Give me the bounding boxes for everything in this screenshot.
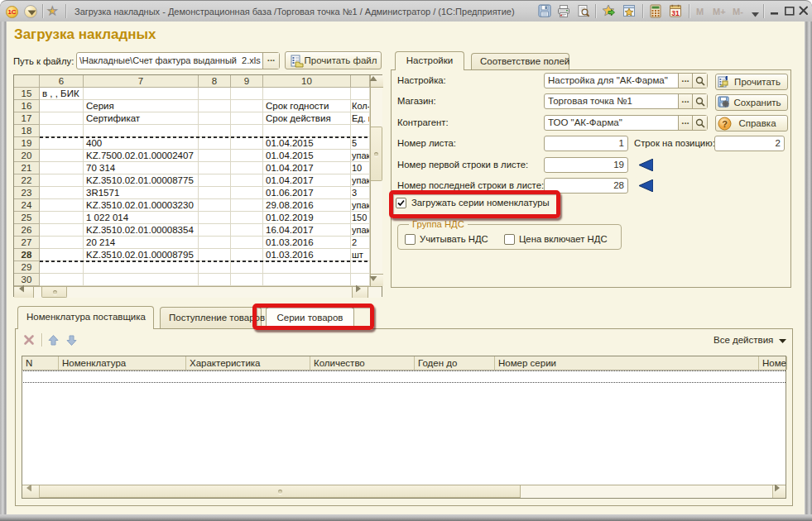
sheet-row-header[interactable]: 16 bbox=[14, 100, 40, 112]
pick-last-row-button[interactable] bbox=[635, 177, 657, 194]
read-file-button[interactable]: Прочитать файл bbox=[285, 51, 382, 69]
sheet-cell[interactable] bbox=[263, 274, 351, 286]
sheet-cell[interactable]: 10 bbox=[351, 162, 370, 174]
sheet-cell[interactable]: упак bbox=[351, 174, 370, 187]
series-column-header[interactable]: Характеристика bbox=[186, 356, 310, 370]
field-open-button[interactable] bbox=[692, 74, 707, 88]
sheet-row-header[interactable]: 17 bbox=[14, 112, 40, 125]
series-column-header[interactable]: Номе bbox=[759, 356, 787, 370]
pick-first-row-button[interactable] bbox=[635, 156, 657, 174]
save-button[interactable]: Сохранить bbox=[715, 94, 788, 111]
close-button[interactable] bbox=[797, 5, 810, 17]
print-icon[interactable] bbox=[557, 4, 571, 18]
sheet-cell[interactable] bbox=[231, 199, 263, 212]
favorites-list-icon[interactable] bbox=[622, 4, 637, 18]
series-column-header[interactable]: Годен до bbox=[415, 356, 495, 370]
sheet-cell[interactable] bbox=[40, 100, 84, 112]
scroll-up-button[interactable] bbox=[371, 75, 383, 88]
sheet-hscrollbar[interactable] bbox=[14, 286, 382, 298]
file-browse-button[interactable]: ... bbox=[262, 53, 279, 69]
sheet-cell[interactable] bbox=[199, 249, 231, 261]
move-row-down-button[interactable] bbox=[65, 334, 79, 347]
sheet-cell[interactable] bbox=[199, 88, 231, 100]
sheet-cell[interactable] bbox=[40, 237, 84, 249]
sheet-cell[interactable]: в , , БИК bbox=[40, 88, 84, 100]
sheet-cell[interactable] bbox=[199, 212, 231, 224]
settings-field-input[interactable]: Торговая точка №1... bbox=[544, 93, 708, 109]
sheet-cell[interactable]: Серия bbox=[84, 100, 199, 112]
sheet-cell[interactable] bbox=[40, 174, 84, 187]
minimize-button[interactable] bbox=[769, 5, 781, 17]
sheet-cell[interactable] bbox=[199, 162, 231, 174]
sheet-cell[interactable] bbox=[199, 112, 231, 125]
sheet-cell[interactable] bbox=[40, 224, 84, 237]
sheet-cell[interactable] bbox=[40, 162, 84, 174]
sheet-row-header[interactable]: 24 bbox=[14, 199, 40, 212]
sheet-cell[interactable]: Сертификат bbox=[84, 112, 199, 125]
delete-row-button[interactable] bbox=[23, 334, 36, 347]
vat-checkbox-uchityvat[interactable] bbox=[405, 234, 416, 245]
sheet-cell[interactable] bbox=[199, 274, 231, 286]
sheet-cell[interactable] bbox=[231, 112, 263, 125]
sheet-cell[interactable] bbox=[84, 125, 199, 137]
sheet-cell[interactable] bbox=[231, 137, 263, 150]
sheet-cell[interactable] bbox=[263, 88, 351, 100]
sheet-cell[interactable] bbox=[231, 249, 263, 261]
sheet-col-header[interactable]: 6 bbox=[40, 75, 84, 88]
first-row-input[interactable]: 19 bbox=[544, 157, 628, 173]
sheet-cell[interactable]: KZ.3510.02.01.00003230 bbox=[84, 199, 199, 212]
sheet-cell[interactable]: KZ.7500.02.01.00002407 bbox=[84, 150, 199, 162]
sheet-cell[interactable]: 01.03.2016 bbox=[263, 237, 351, 249]
sheet-cell[interactable]: Срок действия bbox=[263, 112, 351, 125]
scroll-thumb[interactable] bbox=[40, 485, 521, 498]
sheet-cell[interactable]: Ед. и bbox=[351, 112, 370, 125]
sheet-cell[interactable]: KZ.3510.02.01.00008354 bbox=[84, 224, 199, 237]
sheet-cell[interactable] bbox=[84, 274, 199, 286]
sheet-row-header[interactable]: 29 bbox=[14, 261, 40, 274]
sheet-cell[interactable] bbox=[231, 150, 263, 162]
sheet-row-header[interactable]: 28 bbox=[14, 249, 40, 261]
scroll-down-button[interactable] bbox=[371, 274, 383, 286]
sheet-row-header[interactable]: 27 bbox=[14, 237, 40, 249]
sheet-cell[interactable]: 01.04.2017 bbox=[263, 162, 351, 174]
sheet-cell[interactable]: 150 bbox=[351, 212, 370, 224]
favorites-star-icon[interactable]: ★ bbox=[47, 4, 58, 18]
sheet-cell[interactable] bbox=[40, 125, 84, 137]
sheet-cell[interactable] bbox=[199, 100, 231, 112]
sheet-cell[interactable]: 29.08.2016 bbox=[263, 199, 351, 212]
sheet-cell[interactable]: 01.03.2016 bbox=[263, 249, 351, 261]
scroll-thumb[interactable] bbox=[371, 127, 382, 181]
sheet-cell[interactable] bbox=[40, 212, 84, 224]
sheet-cell[interactable] bbox=[263, 125, 351, 137]
sheet-cell[interactable]: KZ.3510.02.01.00008775 bbox=[84, 174, 199, 187]
sheet-cell[interactable] bbox=[40, 274, 84, 286]
sheet-cell[interactable]: 3R1571 bbox=[84, 187, 199, 199]
sheet-cell[interactable] bbox=[199, 199, 231, 212]
sheet-cell[interactable]: KZ.3510.02.01.00008795 bbox=[84, 249, 199, 261]
sheet-cell[interactable] bbox=[231, 88, 263, 100]
sheet-cell[interactable] bbox=[199, 137, 231, 150]
sheet-cell[interactable]: 01.06.2017 bbox=[263, 187, 351, 199]
sheet-cell[interactable] bbox=[199, 237, 231, 249]
sheet-row-header[interactable]: 30 bbox=[14, 274, 40, 286]
sheet-col-header[interactable]: 9 bbox=[231, 75, 263, 88]
sheet-cell[interactable] bbox=[231, 261, 263, 274]
field-select-button[interactable]: ... bbox=[678, 94, 692, 108]
sheet-cell[interactable]: 01.04.2015 bbox=[263, 137, 351, 150]
sheet-cell[interactable] bbox=[199, 150, 231, 162]
sheet-col-header[interactable] bbox=[351, 75, 370, 88]
sheet-cell[interactable] bbox=[231, 224, 263, 237]
tab-postuplenie-tovarov[interactable]: Поступление товаров bbox=[160, 307, 262, 328]
series-hscrollbar[interactable] bbox=[22, 485, 786, 498]
sheet-cell[interactable]: 01.04.2017 bbox=[263, 174, 351, 187]
sheet-cell[interactable] bbox=[199, 187, 231, 199]
settings-tab-sootvetstvie[interactable]: Соответствие полей bbox=[471, 53, 569, 69]
sheet-cell[interactable]: Кол- bbox=[351, 100, 370, 112]
series-column-header[interactable]: Количество bbox=[310, 356, 415, 370]
sheet-cell[interactable] bbox=[199, 224, 231, 237]
field-select-button[interactable]: ... bbox=[678, 116, 692, 130]
sheet-cell[interactable] bbox=[351, 261, 370, 274]
sheet-corner-cell[interactable] bbox=[14, 75, 40, 88]
add-favorite-icon[interactable] bbox=[602, 4, 616, 18]
sheet-cell[interactable] bbox=[231, 100, 263, 112]
